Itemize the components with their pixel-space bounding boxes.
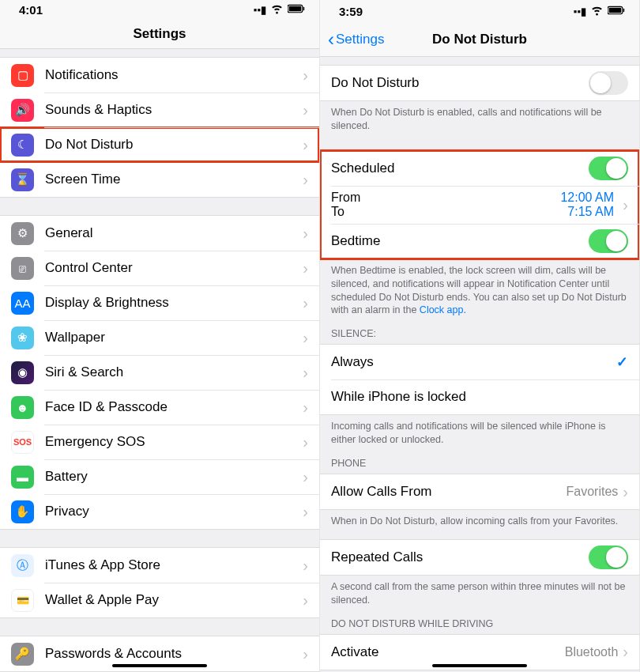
allow-calls-label: Allow Calls From (331, 484, 567, 500)
row-label: Privacy (45, 504, 298, 519)
settings-row-itunes-app-store[interactable]: ⒶiTunes & App Store› (0, 548, 319, 583)
row-label: Passwords & Accounts (45, 646, 298, 662)
switches-icon: ⎚ (11, 257, 34, 280)
row-label: Do Not Disturb (45, 137, 298, 153)
driving-header: DO NOT DISTURB WHILE DRIVING (320, 607, 639, 634)
silence-footer: Incoming calls and notifications will be… (320, 415, 639, 447)
row-label: Wallpaper (45, 330, 298, 345)
row-label: Battery (45, 469, 298, 485)
from-label: From (331, 191, 360, 205)
settings-row-face-id-passcode[interactable]: ☻Face ID & Passcode› (0, 390, 319, 425)
settings-row-privacy[interactable]: ✋Privacy› (0, 494, 319, 529)
status-time: 4:01 (19, 3, 43, 17)
svg-rect-2 (303, 6, 305, 10)
repeated-calls-label: Repeated Calls (331, 549, 589, 565)
allow-calls-row[interactable]: Allow Calls From Favorites › (320, 474, 639, 509)
row-label: Sounds & Haptics (45, 102, 298, 118)
settings-screen: 4:01 ▪▪▮ Settings ▢Notifications›🔊Sounds… (0, 0, 320, 672)
schedule-time-row[interactable]: From 12:00 AM To 7:15 AM › (320, 186, 639, 224)
chevron-right-icon: › (623, 483, 628, 501)
row-label: Siri & Search (45, 364, 298, 380)
appstore-icon: Ⓐ (11, 554, 34, 577)
settings-row-siri-search[interactable]: ◉Siri & Search› (0, 355, 319, 390)
moon-icon: ☾ (11, 134, 34, 157)
settings-row-battery[interactable]: ▬Battery› (0, 459, 319, 494)
chevron-left-icon: ‹ (328, 28, 334, 51)
sos-icon: SOS (11, 431, 34, 454)
dnd-label: Do Not Disturb (331, 75, 589, 91)
activate-label: Activate (331, 644, 565, 660)
bedtime-row[interactable]: Bedtime (320, 224, 639, 259)
scheduled-group-highlight: Scheduled From 12:00 AM To 7:15 AM › Bed… (320, 150, 639, 259)
settings-row-control-center[interactable]: ⎚Control Center› (0, 251, 319, 285)
row-label: Emergency SOS (45, 434, 298, 450)
row-label: Screen Time (45, 172, 298, 187)
chevron-right-icon: › (303, 171, 308, 189)
scheduled-toggle[interactable] (589, 157, 628, 180)
to-label: To (331, 205, 344, 219)
settings-row-wallet-apple-pay[interactable]: 💳Wallet & Apple Pay› (0, 583, 319, 617)
notifications-icon: ▢ (11, 64, 34, 87)
settings-row-screen-time[interactable]: ⌛Screen Time› (0, 162, 319, 197)
siri-icon: ◉ (11, 361, 34, 384)
bedtime-footer: When Bedtime is enabled, the lock screen… (320, 259, 639, 318)
bedtime-toggle[interactable] (589, 229, 628, 253)
page-title: Do Not Disturb (432, 32, 527, 47)
settings-row-wallpaper[interactable]: ❀Wallpaper› (0, 320, 319, 355)
sounds-icon: 🔊 (11, 99, 34, 122)
nav-bar: ‹ Settings Do Not Disturb (320, 22, 639, 57)
wifi-icon (590, 3, 604, 19)
dnd-footer: When Do Not Disturb is enabled, calls an… (320, 101, 639, 133)
silence-locked-row[interactable]: While iPhone is locked (320, 379, 639, 414)
chevron-right-icon: › (303, 591, 308, 610)
settings-row-notifications[interactable]: ▢Notifications› (0, 58, 319, 92)
status-icons: ▪▪▮ (254, 2, 305, 17)
chevron-right-icon: › (303, 645, 308, 663)
clock-app-link[interactable]: Clock app. (420, 304, 466, 315)
back-button[interactable]: ‹ Settings (328, 28, 384, 51)
home-indicator[interactable] (432, 664, 527, 667)
dnd-toggle[interactable] (589, 71, 628, 95)
row-label: Wallet & Apple Pay (45, 592, 298, 608)
row-label: Display & Brightness (45, 295, 298, 311)
status-bar: 3:59 ▪▪▮ (320, 0, 639, 22)
row-label: Notifications (45, 67, 298, 83)
repeated-calls-row[interactable]: Repeated Calls (320, 540, 639, 575)
svg-rect-5 (623, 8, 625, 12)
row-label: General (45, 225, 298, 241)
scheduled-row[interactable]: Scheduled (320, 151, 639, 186)
nav-bar: Settings (0, 19, 319, 49)
battery-icon (288, 4, 305, 16)
row-label: Face ID & Passcode (45, 399, 298, 415)
settings-row-display-brightness[interactable]: AADisplay & Brightness› (0, 285, 319, 320)
svg-rect-1 (289, 6, 302, 10)
chevron-right-icon: › (303, 259, 308, 277)
gear-icon: ⚙ (11, 222, 34, 245)
scheduled-label: Scheduled (331, 160, 589, 176)
chevron-right-icon: › (303, 364, 308, 382)
status-icons: ▪▪▮ (574, 3, 625, 19)
face-icon: ☻ (11, 396, 34, 419)
settings-row-do-not-disturb[interactable]: ☾Do Not Disturb› (0, 127, 319, 162)
settings-row-general[interactable]: ⚙General› (0, 216, 319, 251)
settings-row-sounds-haptics[interactable]: 🔊Sounds & Haptics› (0, 92, 319, 127)
chevron-right-icon: › (303, 433, 308, 451)
hand-icon: ✋ (11, 500, 34, 523)
home-indicator[interactable] (112, 664, 207, 667)
dnd-row[interactable]: Do Not Disturb (320, 66, 639, 100)
battery-icon (608, 6, 625, 17)
battery-icon: ▬ (11, 466, 34, 489)
chevron-right-icon: › (303, 294, 308, 312)
wifi-icon (270, 2, 284, 17)
chevron-right-icon: › (303, 557, 308, 575)
activate-value: Bluetooth (565, 645, 619, 659)
settings-row-emergency-sos[interactable]: SOSEmergency SOS› (0, 425, 319, 459)
silence-always-label: Always (331, 354, 616, 370)
dnd-screen: 3:59 ▪▪▮ ‹ Settings Do Not Disturb Do No… (320, 0, 640, 672)
repeated-calls-toggle[interactable] (589, 546, 628, 569)
silence-always-row[interactable]: Always ✓ (320, 345, 639, 379)
bedtime-label: Bedtime (331, 233, 589, 249)
text-size-icon: AA (11, 292, 34, 315)
page-title: Settings (133, 26, 186, 42)
chevron-right-icon: › (303, 225, 308, 243)
